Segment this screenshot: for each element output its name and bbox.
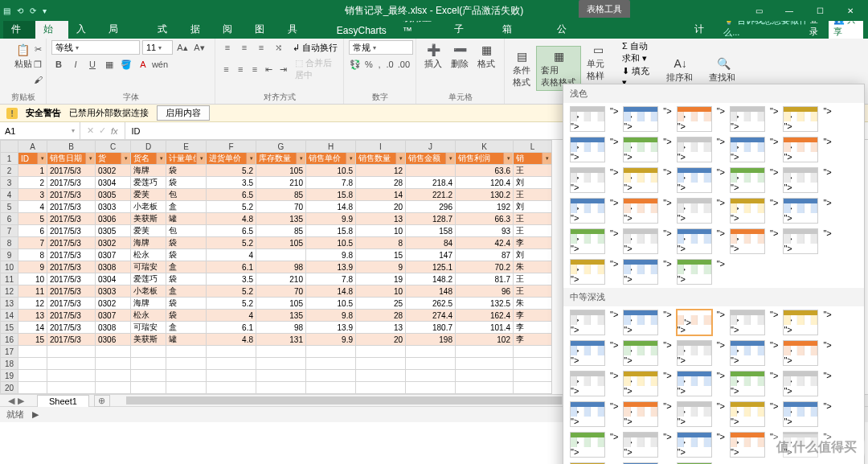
cell[interactable]: 罐 — [166, 213, 207, 225]
cell[interactable]: 李 — [514, 310, 552, 322]
table-style-swatch[interactable]: ">"> — [677, 228, 712, 254]
cell[interactable]: 296 — [406, 201, 456, 213]
cell[interactable]: 66.3 — [456, 213, 514, 225]
cell[interactable]: 5.2 — [207, 237, 256, 249]
cell[interactable]: 2017/5/3 — [47, 165, 96, 177]
cell[interactable] — [166, 370, 207, 382]
name-box[interactable]: A1▾ — [0, 122, 80, 139]
macro-icon[interactable]: ▶ — [32, 409, 39, 420]
autosum-button[interactable]: Σ 自动求和 ▾ — [622, 40, 655, 64]
cell[interactable]: 爱莲巧 — [131, 273, 166, 285]
cell[interactable]: 2017/5/3 — [47, 310, 96, 322]
col-header[interactable]: K — [456, 141, 514, 153]
cell[interactable]: 2017/5/3 — [47, 177, 96, 189]
cell[interactable]: 刘 — [514, 177, 552, 189]
cell[interactable] — [96, 358, 131, 370]
cell[interactable] — [456, 358, 514, 370]
cell[interactable]: 盒 — [166, 322, 207, 334]
number-format-select[interactable]: 常规▾ — [349, 40, 413, 55]
table-style-swatch[interactable]: ">"> — [570, 401, 605, 427]
cell[interactable]: 3 — [18, 189, 47, 201]
cell[interactable]: 刘 — [514, 201, 552, 213]
cell[interactable] — [356, 346, 406, 358]
shrink-font-icon[interactable]: A▾ — [192, 40, 207, 55]
cell[interactable]: 袋 — [166, 273, 207, 285]
cell[interactable]: 13 — [356, 322, 406, 334]
cell[interactable]: 2017/5/3 — [47, 213, 96, 225]
copy-icon[interactable]: ❐ — [31, 57, 45, 72]
cell[interactable]: 罐 — [166, 334, 207, 346]
table-style-swatch[interactable]: ">"> — [623, 259, 658, 285]
align-bot-icon[interactable]: ≡ — [254, 40, 268, 55]
fx-icon[interactable]: fx — [111, 126, 118, 136]
row-header[interactable]: 9 — [1, 249, 18, 261]
filter-icon[interactable]: ▾ — [395, 153, 405, 164]
cut-icon[interactable]: ✂ — [31, 42, 45, 56]
cell[interactable] — [356, 370, 406, 382]
cell[interactable]: 19 — [356, 273, 406, 285]
table-style-swatch[interactable]: ">"> — [570, 432, 605, 458]
filter-icon[interactable]: ▾ — [121, 153, 130, 164]
cell[interactable]: 11 — [18, 285, 47, 298]
cell[interactable] — [406, 346, 456, 358]
cell[interactable]: 爱芙 — [131, 225, 166, 237]
filter-icon[interactable]: ▾ — [156, 153, 166, 164]
table-style-swatch[interactable]: ">"> — [730, 228, 765, 254]
table-header-cell[interactable]: 货名▾ — [131, 153, 166, 165]
table-style-swatch[interactable]: ">"> — [623, 198, 658, 224]
cell[interactable]: 2017/5/3 — [47, 225, 96, 237]
table-style-swatch[interactable]: ">"> — [783, 228, 818, 254]
table-style-swatch[interactable]: ">"> — [623, 228, 658, 254]
cell[interactable] — [18, 382, 47, 394]
cell[interactable]: 70 — [256, 285, 306, 298]
row-header[interactable]: 2 — [1, 165, 18, 177]
cell[interactable]: 10 — [18, 273, 47, 285]
cell[interactable] — [256, 346, 306, 358]
cell[interactable]: 0304 — [96, 177, 131, 189]
filter-icon[interactable]: ▾ — [542, 153, 551, 164]
cell[interactable]: 13.9 — [306, 261, 356, 273]
cell[interactable] — [306, 346, 356, 358]
orient-icon[interactable]: ⤭ — [271, 40, 285, 55]
cell[interactable]: 爱芙 — [131, 189, 166, 201]
row-header[interactable]: 17 — [1, 346, 18, 358]
cell[interactable] — [456, 370, 514, 382]
col-header[interactable]: B — [47, 141, 96, 153]
cell[interactable]: 96 — [456, 285, 514, 298]
cell[interactable]: 0308 — [96, 322, 131, 334]
row-header[interactable]: 8 — [1, 237, 18, 249]
cell[interactable] — [514, 358, 552, 370]
cell[interactable]: 13.9 — [306, 322, 356, 334]
table-style-swatch[interactable]: ">"> — [623, 340, 658, 366]
qat-undo-icon[interactable]: ⟲ — [17, 6, 23, 15]
table-style-swatch[interactable]: ">"> — [783, 106, 818, 132]
col-header[interactable]: L — [514, 141, 552, 153]
col-header[interactable]: A — [18, 141, 47, 153]
cell[interactable]: 15 — [18, 334, 47, 346]
table-style-swatch[interactable]: ">"> — [783, 371, 818, 396]
cell[interactable]: 0303 — [96, 201, 131, 213]
cond-format-button[interactable]: ▤条件格式 — [510, 47, 534, 90]
table-style-swatch[interactable]: ">"> — [677, 137, 712, 162]
cell[interactable]: 210 — [256, 177, 306, 189]
cell[interactable]: 10 — [356, 225, 406, 237]
cell[interactable]: 98 — [256, 261, 306, 273]
fill-color-button[interactable]: 🪣 — [119, 57, 133, 72]
row-header[interactable]: 6 — [1, 213, 18, 225]
qat-more-icon[interactable]: ▾ — [43, 6, 47, 15]
table-style-swatch[interactable]: ">"> — [677, 167, 712, 193]
phonetic-button[interactable]: wén — [153, 57, 167, 72]
cell[interactable]: 4 — [18, 201, 47, 213]
table-style-swatch[interactable]: ">"> — [730, 310, 765, 335]
insert-cells-button[interactable]: ➕插入 — [421, 40, 445, 72]
indent-inc-icon[interactable]: ⇥ — [277, 62, 289, 76]
dec-dec-icon[interactable]: .00 — [397, 57, 411, 72]
cell[interactable]: 15.8 — [306, 189, 356, 201]
cell[interactable]: 朱 — [514, 298, 552, 310]
cell[interactable]: 20 — [356, 334, 406, 346]
cell[interactable] — [166, 382, 207, 394]
cell[interactable] — [514, 370, 552, 382]
cell[interactable]: 105 — [256, 298, 306, 310]
cell[interactable]: 9.8 — [306, 249, 356, 261]
cell[interactable] — [166, 358, 207, 370]
